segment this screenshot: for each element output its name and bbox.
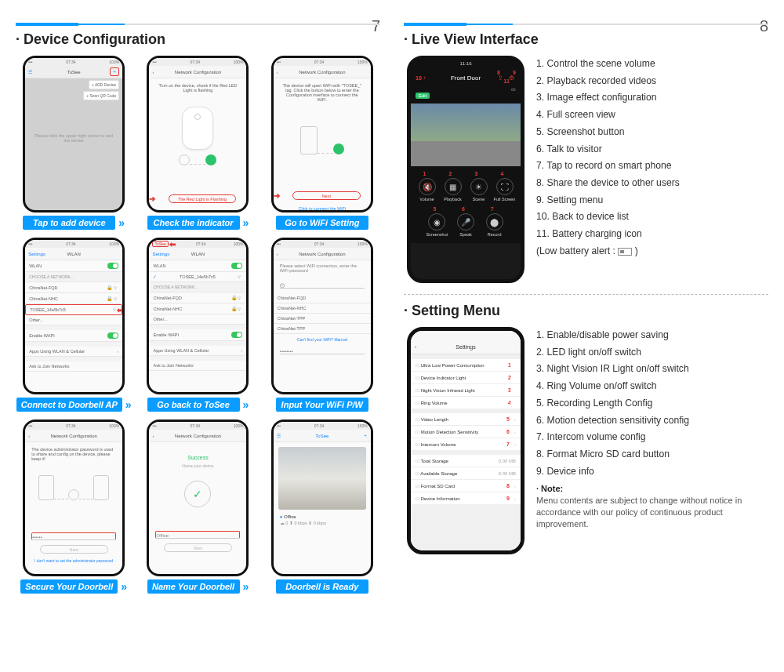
settings-list: 1. Enable/disable power saving2. LED lig… bbox=[536, 327, 768, 480]
step-2: •••07:34100% ‹Network Configuration Turn… bbox=[140, 56, 256, 230]
list-item: 4. Ring Volume on/off switch bbox=[536, 378, 768, 395]
settings-row: ⊡ Device Indicator Light2 bbox=[411, 372, 521, 384]
step-8: •••07:34100% ‹Network Configuration Succ… bbox=[140, 420, 256, 594]
settings-row: ⊡ Format SD Card8› bbox=[411, 480, 521, 492]
phone-mock: ToSee⬅07:34100% SettingsWLAN WLAN ✓ TOSE… bbox=[147, 238, 249, 394]
chevron-icon: » bbox=[121, 580, 127, 593]
step-4: •••07:34100% SettingsWLAN WLAN CHOOSE A … bbox=[16, 238, 132, 412]
settings-row: ⊡ Video Length5› bbox=[411, 413, 521, 426]
settings-row: ⊡ Ultra Low Power Consumption1 bbox=[411, 359, 521, 372]
section-title: Live View Interface bbox=[404, 31, 768, 48]
divider bbox=[404, 294, 768, 295]
caption: Name Your Doorbell bbox=[147, 579, 240, 594]
chevron-icon: » bbox=[243, 580, 249, 593]
live-view-block: 11:16 10 ‹ Front Door 8 9 ⇪ ⚙ 11 Edit▭ 1… bbox=[404, 56, 768, 283]
phone-mock: •••07:34100% ‹Network Configuration Succ… bbox=[147, 420, 249, 576]
list-item: 9. Device info bbox=[536, 463, 768, 481]
caption: Input Your WiFi P/W bbox=[276, 398, 368, 412]
caption: Doorbell is Ready bbox=[276, 579, 368, 594]
list-item: 5. Recording Length Config bbox=[536, 395, 768, 412]
list-item: 9. Setting menu bbox=[536, 192, 680, 209]
phone-mock: •••07:34100% ‹Network Configuration Turn… bbox=[147, 56, 249, 212]
live-list: 1. Control the scene volume2. Playback r… bbox=[536, 56, 680, 283]
caption: Connect to Doorbell AP bbox=[16, 398, 122, 412]
settings-block: ‹Settings ⊡ Ultra Low Power Consumption1… bbox=[404, 327, 768, 554]
chevron-icon: » bbox=[243, 216, 249, 229]
note: · Note: Menu contents are subject to cha… bbox=[536, 483, 768, 529]
live-btn: 3☀Scene bbox=[467, 171, 490, 202]
battery-low-icon bbox=[618, 248, 632, 256]
list-item: 7. Intercom volume config bbox=[536, 429, 768, 446]
list-item: (Low battery alert : ) bbox=[536, 243, 680, 260]
live-btn: 4⛶Full Screen bbox=[493, 171, 516, 202]
list-item: 1. Control the scene volume bbox=[536, 56, 680, 73]
phone-mock: •••07:34100% ☰ToSee＋ ● Office ☁ 0 ⬆ 0 kb… bbox=[271, 420, 373, 576]
list-item: 8. Share the device to other users bbox=[536, 175, 680, 192]
settings-row: ⊡ Device Information9› bbox=[411, 492, 521, 504]
phone-settings: ‹Settings ⊡ Ultra Low Power Consumption1… bbox=[407, 327, 524, 554]
settings-row: ⊡ Night Vision Infrared Light3 bbox=[411, 384, 521, 397]
phone-mock: •••07:34100% ‹Network Configuration Plea… bbox=[271, 238, 373, 394]
settings-row: ⊡ Intercom Volume7› bbox=[411, 438, 521, 450]
caption: Check the indicator bbox=[147, 216, 240, 230]
section-title: Setting Menu bbox=[404, 303, 768, 319]
phone-mock: •••07:34100% ☰ToSee＋ + ADD Device + Scan… bbox=[23, 56, 125, 212]
settings-row: ⊡ Available Storage0.00 MB bbox=[411, 467, 521, 480]
page-8: 8 Live View Interface 11:16 10 ‹ Front D… bbox=[404, 24, 768, 648]
phone-mock: •••07:34100% SettingsWLAN WLAN CHOOSE A … bbox=[23, 238, 125, 394]
list-item: 6. Talk to visitor bbox=[536, 141, 680, 158]
list-item: 10. Back to device list bbox=[536, 209, 680, 226]
section-title: Device Configuration bbox=[16, 31, 380, 48]
divider bbox=[16, 24, 380, 25]
phone-mock: •••07:34100% ‹Network Configuration The … bbox=[23, 420, 125, 576]
caption: Go to WiFi Setting bbox=[276, 216, 368, 230]
step-5: ToSee⬅07:34100% SettingsWLAN WLAN ✓ TOSE… bbox=[140, 238, 256, 412]
live-btn: 6🎤Speak bbox=[454, 206, 478, 237]
list-item: 11. Battery charging icon bbox=[536, 226, 680, 243]
chevron-icon: » bbox=[125, 398, 132, 411]
list-item: 3. Image effect configuration bbox=[536, 89, 680, 107]
live-btn: 2▦Playback bbox=[441, 171, 464, 202]
step-9: •••07:34100% ☰ToSee＋ ● Office ☁ 0 ⬆ 0 kb… bbox=[264, 420, 380, 594]
divider bbox=[404, 24, 768, 25]
caption: Tap to add device bbox=[23, 216, 115, 230]
page-number: 8 bbox=[760, 17, 768, 35]
phone-mock: •••07:34100% ‹Network Configuration The … bbox=[271, 56, 373, 212]
list-item: 8. Format Micro SD card button bbox=[536, 446, 768, 463]
settings-row: ⊡ Ring Volume4 bbox=[411, 397, 521, 409]
settings-row: ⊡ Total Storage0.00 MB bbox=[411, 455, 521, 467]
list-item: 5. Screenshot button bbox=[536, 124, 680, 141]
settings-row: ⊡ Motion Detection Sensitivity6› bbox=[411, 426, 521, 438]
list-item: 7. Tap to record on smart phone bbox=[536, 158, 680, 175]
list-item: 3. Night Vision IR Light on/off switch bbox=[536, 361, 768, 378]
phone-live: 11:16 10 ‹ Front Door 8 9 ⇪ ⚙ 11 Edit▭ 1… bbox=[407, 56, 524, 283]
list-item: 6. Motion detection sensitivity config bbox=[536, 412, 768, 430]
step-3: •••07:34100% ‹Network Configuration The … bbox=[264, 56, 380, 230]
step-7: •••07:34100% ‹Network Configuration The … bbox=[16, 420, 132, 594]
caption: Secure Your Doorbell bbox=[20, 579, 118, 594]
list-item: 2. LED light on/off switch bbox=[536, 344, 768, 361]
step-1: •••07:34100% ☰ToSee＋ + ADD Device + Scan… bbox=[16, 56, 132, 230]
live-btn: 7⬤Record bbox=[482, 206, 506, 237]
live-btn: 5◉Screenshot bbox=[425, 206, 449, 237]
live-btn: 1🔇Volume bbox=[416, 171, 438, 202]
list-item: 4. Full screen view bbox=[536, 107, 680, 124]
page-number: 7 bbox=[372, 17, 380, 35]
page-7: 7 Device Configuration •••07:34100% ☰ToS… bbox=[16, 24, 380, 648]
step-6: •••07:34100% ‹Network Configuration Plea… bbox=[264, 238, 380, 412]
phone-grid: •••07:34100% ☰ToSee＋ + ADD Device + Scan… bbox=[16, 56, 380, 594]
chevron-icon: » bbox=[243, 398, 249, 411]
chevron-icon: » bbox=[118, 216, 125, 229]
list-item: 2. Playback recorded videos bbox=[536, 73, 680, 90]
caption: Go back to ToSee bbox=[147, 398, 240, 412]
list-item: 1. Enable/disable power saving bbox=[536, 327, 768, 344]
